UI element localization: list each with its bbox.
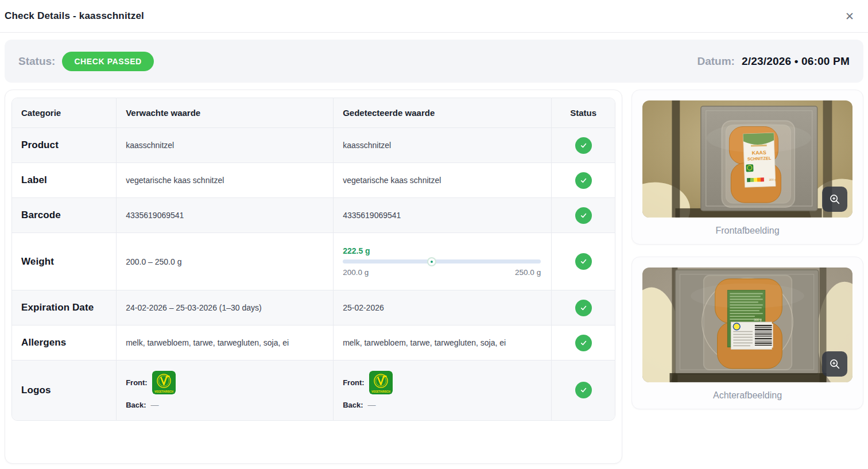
category-label: Weight — [12, 233, 117, 290]
table-row-barcode: Barcode 4335619069541 4335619069541 — [12, 198, 615, 233]
check-passed-icon — [575, 300, 592, 316]
table-row-logos: Logos Front: VEGETARISCH — [12, 361, 615, 420]
category-label: Product — [12, 128, 117, 163]
expected-value: vegetarische kaas schnitzel — [117, 163, 334, 198]
vegetarisch-v-label-icon: VEGETARISCH — [152, 371, 176, 394]
check-passed-icon — [575, 137, 592, 154]
back-label: Back: — [343, 401, 363, 409]
column-header-status: Status — [552, 98, 615, 128]
category-label: Allergens — [12, 325, 117, 361]
expected-value: kaasschnitzel — [117, 128, 334, 163]
expected-value: 200.0 – 250.0 g — [117, 233, 334, 290]
check-table-card: Categorie Verwachte waarde Gedetecteerde… — [5, 90, 622, 464]
detected-value: 25-02-2026 — [334, 290, 552, 325]
category-label: Expiration Date — [12, 290, 117, 325]
zoom-in-button[interactable] — [822, 351, 847, 377]
back-product-photo: 300 g — [642, 268, 852, 382]
check-table: Categorie Verwachte waarde Gedetecteerde… — [12, 98, 615, 420]
column-header-categorie: Categorie — [12, 98, 117, 128]
expected-value: 24-02-2026 – 25-03-2026 (1–30 days) — [117, 290, 334, 325]
weight-slider[interactable] — [343, 259, 541, 263]
back-logo-empty: — — [151, 400, 159, 409]
detected-weight-cell: 222.5 g 200.0 g 250.0 g — [334, 233, 552, 290]
detected-logos-cell: Front: VEGETARISCH — [334, 361, 552, 420]
dialog-header: Check Details - kaasschnitzel ✕ — [0, 0, 868, 33]
front-product-photo: KAAS SCHNITZEL 300 g — [642, 100, 852, 218]
svg-text:SCHNITZEL: SCHNITZEL — [747, 156, 772, 161]
weight-slider-knob[interactable] — [428, 258, 435, 265]
page-title: Check Details - kaasschnitzel — [5, 10, 144, 22]
check-passed-icon — [575, 253, 592, 270]
status-bar: Status: CHECK PASSED Datum: 2/23/2026 • … — [5, 40, 863, 83]
image-column: KAAS SCHNITZEL 300 g — [631, 90, 863, 409]
expected-logos-cell: Front: VEGETARISCH — [117, 361, 334, 420]
svg-text:VEGETARISCH: VEGETARISCH — [154, 390, 174, 393]
back-image-caption: Achterafbeelding — [642, 390, 852, 401]
check-passed-icon — [575, 382, 592, 398]
detected-value: 4335619069541 — [334, 198, 552, 233]
detected-weight-value: 222.5 g — [343, 246, 541, 255]
close-icon[interactable]: ✕ — [842, 7, 858, 25]
detected-value: vegetarische kaas schnitzel — [334, 163, 552, 198]
datum-value: 2/23/2026 • 06:00 PM — [742, 55, 850, 68]
expected-value: melk, tarwebloem, tarwe, tarwegluten, so… — [117, 325, 334, 361]
category-label: Label — [12, 163, 117, 198]
back-logo-empty: — — [368, 400, 376, 409]
weight-min-label: 200.0 g — [343, 268, 369, 277]
column-header-verwachte-waarde: Verwachte waarde — [117, 98, 334, 128]
zoom-in-button[interactable] — [822, 187, 847, 212]
table-row-label: Label vegetarische kaas schnitzel vegeta… — [12, 163, 615, 198]
check-passed-icon — [575, 335, 592, 351]
vegetarisch-v-label-icon: VEGETARISCH — [369, 371, 393, 394]
front-label: Front: — [126, 378, 148, 387]
column-header-gedetecteerde-waarde: Gedetecteerde waarde — [334, 98, 552, 128]
detected-value: melk, tarwebloem, tarwe, tarwegluten, so… — [334, 325, 552, 361]
table-row-product: Product kaasschnitzel kaasschnitzel — [12, 128, 615, 163]
expected-value: 4335619069541 — [117, 198, 334, 233]
category-label: Barcode — [12, 198, 117, 233]
magnifier-plus-icon — [828, 193, 841, 206]
weight-max-label: 250.0 g — [515, 268, 541, 277]
category-label: Logos — [12, 361, 117, 420]
front-image-card: KAAS SCHNITZEL 300 g — [631, 90, 863, 245]
status-badge: CHECK PASSED — [62, 52, 153, 71]
table-row-allergens: Allergens melk, tarwebloem, tarwe, tarwe… — [12, 325, 615, 361]
table-header-row: Categorie Verwachte waarde Gedetecteerde… — [12, 98, 615, 128]
table-row-weight: Weight 200.0 – 250.0 g 222.5 g 200.0 g — [12, 233, 615, 290]
check-passed-icon — [575, 172, 592, 189]
svg-text:300 g: 300 g — [754, 318, 762, 321]
svg-text:300 g: 300 g — [769, 178, 777, 181]
back-label: Back: — [126, 401, 146, 409]
magnifier-plus-icon — [828, 358, 841, 370]
table-row-expiration-date: Expiration Date 24-02-2026 – 25-03-2026 … — [12, 290, 615, 325]
back-image-card: 300 g — [631, 257, 863, 409]
datum-label: Datum: — [697, 55, 734, 68]
check-passed-icon — [575, 207, 592, 224]
front-image-caption: Frontafbeelding — [642, 225, 852, 236]
detected-value: kaasschnitzel — [334, 128, 552, 163]
svg-text:VEGETARISCH: VEGETARISCH — [371, 390, 391, 393]
front-label: Front: — [343, 378, 365, 387]
status-label: Status: — [18, 55, 55, 68]
